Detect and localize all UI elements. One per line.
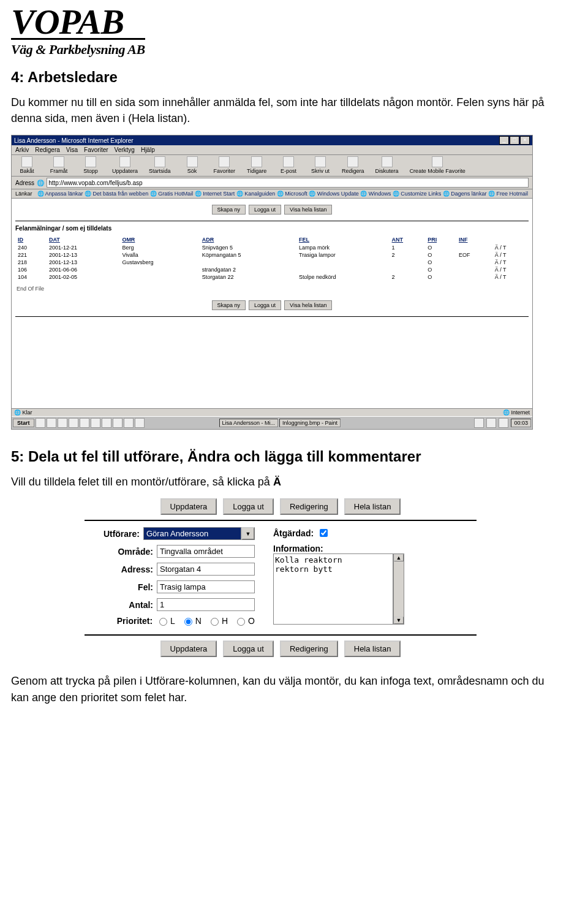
linkbar-link[interactable]: 🌐 Free Hotmail bbox=[488, 191, 528, 197]
minimize-icon[interactable]: _ bbox=[499, 136, 509, 145]
content-button[interactable]: Visa hela listan bbox=[284, 205, 332, 215]
column-header[interactable]: ADR bbox=[200, 235, 296, 244]
tray-icon[interactable] bbox=[69, 418, 78, 428]
tray-icon[interactable] bbox=[36, 418, 45, 428]
start-button[interactable]: Start bbox=[13, 419, 34, 427]
column-header[interactable] bbox=[492, 235, 529, 244]
linkbar-link[interactable]: 🌐 Gratis HotMail bbox=[150, 191, 195, 197]
form-button[interactable]: Hela listan bbox=[344, 498, 401, 515]
scrollbar[interactable]: ▲▼ bbox=[393, 553, 404, 625]
content-button[interactable]: Logga ut bbox=[249, 300, 281, 310]
prio-option[interactable]: H bbox=[208, 616, 228, 626]
linkbar-link[interactable]: 🌐 Internet Start bbox=[195, 191, 236, 197]
column-header[interactable]: FEL bbox=[296, 235, 390, 244]
menu-item[interactable]: Redigera bbox=[35, 146, 60, 153]
dropdown-arrow-icon[interactable]: ▼ bbox=[241, 527, 255, 540]
address-input[interactable] bbox=[47, 178, 529, 188]
linkbar-link[interactable]: 🌐 Windows Update bbox=[309, 191, 360, 197]
form-button[interactable]: Uppdatera bbox=[160, 641, 217, 657]
menu-item[interactable]: Arkiv bbox=[15, 146, 29, 153]
window-titlebar: Lisa Andersson - Microsoft Internet Expl… bbox=[12, 135, 532, 145]
antal-input[interactable] bbox=[157, 598, 255, 611]
toolbar-icon bbox=[347, 156, 358, 167]
maximize-icon[interactable]: □ bbox=[510, 136, 519, 145]
prio-option[interactable]: N bbox=[181, 616, 202, 626]
toolbar-button[interactable]: Startsida bbox=[149, 156, 171, 174]
toolbar-button[interactable]: Framåt bbox=[48, 156, 69, 174]
tray-icon[interactable] bbox=[58, 418, 67, 428]
form-button[interactable]: Redigering bbox=[280, 641, 338, 657]
tray-icon[interactable] bbox=[499, 418, 508, 428]
column-header[interactable]: OMR bbox=[119, 235, 199, 244]
linkbar-link[interactable]: 🌐 Kanalguiden bbox=[236, 191, 277, 197]
column-header[interactable]: ANT bbox=[390, 235, 426, 244]
toolbar-button[interactable]: Create Mobile Favorite bbox=[410, 156, 466, 174]
linkbar-link[interactable]: 🌐 Microsoft bbox=[277, 191, 309, 197]
column-header[interactable]: DAT bbox=[47, 235, 119, 244]
tray-icon[interactable] bbox=[113, 418, 123, 428]
tray-icon[interactable] bbox=[91, 418, 100, 428]
tray-icon[interactable] bbox=[47, 418, 56, 428]
fel-input[interactable] bbox=[157, 580, 255, 593]
menu-item[interactable]: Verktyg bbox=[115, 146, 135, 153]
form-button[interactable]: Hela listan bbox=[344, 641, 401, 657]
linkbar-link[interactable]: 🌐 Customize Links bbox=[393, 191, 443, 197]
prio-option[interactable]: L bbox=[156, 616, 175, 626]
toolbar-button[interactable]: Favoriter bbox=[214, 156, 236, 174]
table-cell bbox=[296, 259, 390, 266]
toolbar-button[interactable]: Uppdatera bbox=[112, 156, 138, 174]
atgardad-checkbox[interactable] bbox=[320, 529, 328, 537]
utforare-input[interactable] bbox=[143, 527, 241, 540]
tray-icon[interactable] bbox=[124, 418, 134, 428]
menu-item[interactable]: Favoriter bbox=[84, 146, 108, 153]
form-button[interactable]: Redigering bbox=[280, 498, 338, 515]
linkbar-link[interactable]: 🌐 Anpassa länkar bbox=[37, 191, 85, 197]
content-button[interactable]: Skapa ny bbox=[212, 205, 246, 215]
tray-icon[interactable] bbox=[135, 418, 145, 428]
toolbar-button[interactable]: Diskutera bbox=[375, 156, 399, 174]
table-cell: 2001-06-06 bbox=[47, 266, 119, 273]
table-cell: 218 bbox=[15, 259, 47, 266]
utforare-label: Utförare: bbox=[89, 529, 140, 539]
toolbar-icon bbox=[432, 156, 443, 167]
tray-icon[interactable] bbox=[486, 418, 496, 428]
linkbar-link[interactable]: 🌐 Dagens länkar bbox=[443, 191, 488, 197]
content-button[interactable]: Logga ut bbox=[249, 205, 281, 215]
content-button[interactable]: Visa hela listan bbox=[284, 300, 332, 310]
table-cell: Berg bbox=[119, 244, 199, 251]
toolbar-button[interactable]: Sök bbox=[182, 156, 203, 174]
close-icon[interactable]: × bbox=[520, 136, 530, 145]
omrade-input[interactable] bbox=[157, 545, 255, 558]
column-header[interactable]: INF bbox=[456, 235, 492, 244]
menu-item[interactable]: Hjälp bbox=[141, 146, 155, 153]
adress-input[interactable] bbox=[157, 563, 255, 576]
toolbar-button[interactable]: Stopp bbox=[80, 156, 101, 174]
prio-radio[interactable] bbox=[237, 618, 245, 626]
taskbar-task[interactable]: Inloggning.bmp - Paint bbox=[279, 419, 341, 427]
tray-icon[interactable] bbox=[474, 418, 484, 428]
linkbar-link[interactable]: 🌐 Windows bbox=[360, 191, 393, 197]
prio-radio[interactable] bbox=[159, 618, 167, 626]
form-button[interactable]: Uppdatera bbox=[160, 498, 217, 515]
form-button[interactable]: Logga ut bbox=[223, 641, 274, 657]
toolbar-button[interactable]: Tidigare bbox=[246, 156, 267, 174]
utforare-combo[interactable]: ▼ bbox=[143, 527, 255, 540]
menu-item[interactable]: Visa bbox=[66, 146, 78, 153]
tray-icon[interactable] bbox=[102, 418, 111, 428]
logo-main: VOPAB bbox=[11, 6, 551, 38]
tray-icon[interactable] bbox=[80, 418, 89, 428]
form-button[interactable]: Logga ut bbox=[223, 498, 274, 515]
toolbar-button[interactable]: Bakåt bbox=[17, 156, 37, 174]
taskbar-task[interactable]: Lisa Andersson - Mi... bbox=[219, 419, 279, 427]
prio-radio[interactable] bbox=[211, 618, 219, 626]
prio-option[interactable]: O bbox=[234, 616, 255, 626]
column-header[interactable]: ID bbox=[15, 235, 47, 244]
toolbar-button[interactable]: Redigera bbox=[342, 156, 364, 174]
toolbar-button[interactable]: Skriv ut bbox=[310, 156, 331, 174]
toolbar-button[interactable]: E-post bbox=[278, 156, 299, 174]
column-header[interactable]: PRI bbox=[425, 235, 456, 244]
content-button[interactable]: Skapa ny bbox=[212, 300, 246, 310]
linkbar-link[interactable]: 🌐 Det bästa från webben bbox=[85, 191, 150, 197]
prio-radio[interactable] bbox=[184, 618, 192, 626]
information-textarea[interactable] bbox=[273, 553, 393, 625]
